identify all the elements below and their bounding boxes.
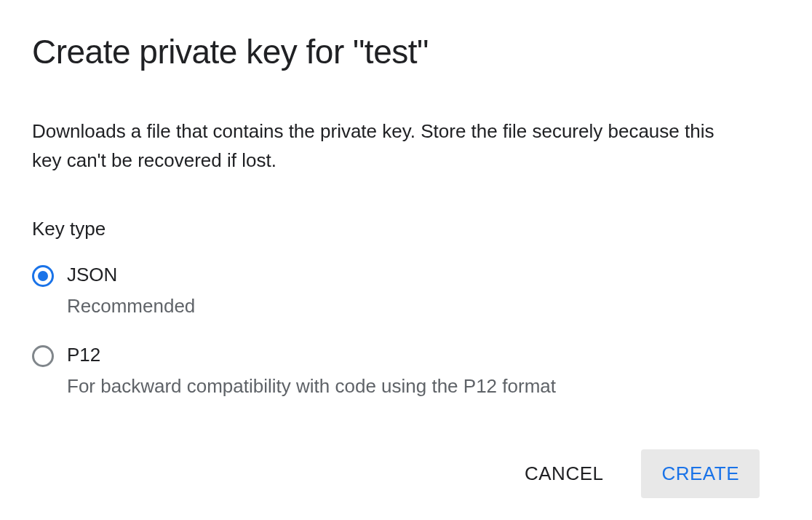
- cancel-button[interactable]: CANCEL: [504, 449, 624, 498]
- dialog-title: Create private key for "test": [32, 32, 780, 71]
- dialog-description: Downloads a file that contains the priva…: [32, 117, 745, 176]
- dialog-actions: CANCEL CREATE: [32, 449, 780, 520]
- radio-content: JSON Recommended: [67, 264, 195, 318]
- radio-content: P12 For backward compatibility with code…: [67, 344, 556, 398]
- key-type-radio-group: JSON Recommended P12 For backward compat…: [32, 264, 780, 398]
- key-type-label: Key type: [32, 218, 780, 240]
- radio-label-p12: P12: [67, 344, 556, 366]
- radio-button-icon: [32, 265, 54, 287]
- create-private-key-dialog: Create private key for "test" Downloads …: [0, 0, 812, 520]
- create-button[interactable]: CREATE: [641, 449, 760, 498]
- radio-label-json: JSON: [67, 264, 195, 286]
- radio-option-p12[interactable]: P12 For backward compatibility with code…: [32, 344, 780, 398]
- radio-subtitle-p12: For backward compatibility with code usi…: [67, 375, 556, 398]
- radio-button-icon: [32, 345, 54, 367]
- radio-subtitle-json: Recommended: [67, 295, 195, 318]
- radio-option-json[interactable]: JSON Recommended: [32, 264, 780, 318]
